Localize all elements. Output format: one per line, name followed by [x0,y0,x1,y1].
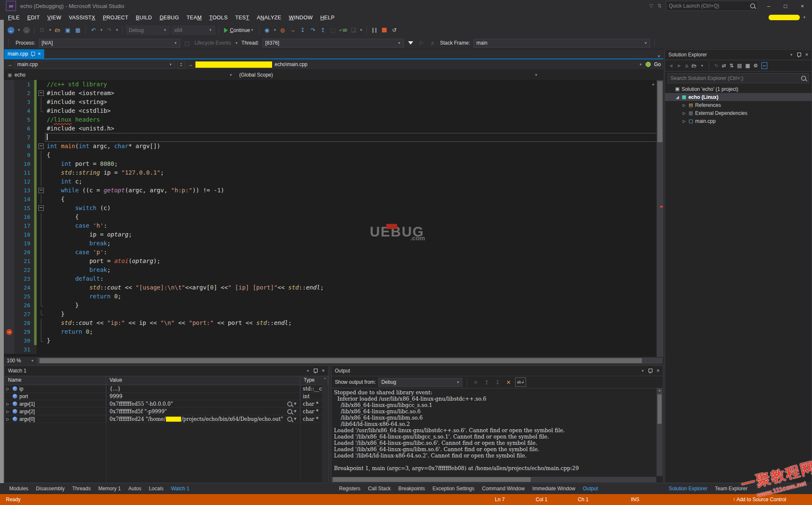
code-text[interactable] [45,133,663,142]
show-all-files-icon[interactable]: ▦ [745,63,750,69]
continue-dropdown-icon[interactable]: ▼ [251,28,254,32]
window-position-icon[interactable]: ▼ [641,369,644,373]
undo-dropdown-icon[interactable]: ▼ [100,28,103,32]
code-text[interactable]: { [45,151,663,159]
feedback-icon[interactable]: ⇅ [657,3,662,9]
redo-dropdown-icon[interactable]: ▼ [115,28,119,32]
code-line-25[interactable]: 25 return 0; [4,292,663,301]
tool-tab-breakpoints[interactable]: Breakpoints [395,484,428,493]
document-list-dropdown-icon[interactable]: ▼ [657,54,663,58]
code-text[interactable]: { [45,195,663,204]
menu-tools[interactable]: TOOLS [206,13,232,22]
code-text[interactable]: port = atoi(optarg); [45,257,663,266]
code-line-3[interactable]: 3#include <string> [4,98,663,106]
visualizer-magnifier-icon[interactable] [287,409,292,414]
breakpoint-margin[interactable]: → [4,327,14,336]
zoom-control[interactable]: 100 % ▼ [4,357,37,364]
tree-item-solution-echo-1-project-[interactable]: ▣Solution 'echo' (1 project) [665,85,812,93]
tree-expander-icon[interactable]: ▷ [682,119,686,123]
close-panel-icon[interactable]: × [805,52,808,58]
user-dropdown-icon[interactable]: ▼ [803,16,806,19]
close-panel-icon[interactable]: × [322,368,325,374]
watch-row-port[interactable]: port9999int [5,393,328,400]
solution-configuration-combo[interactable]: Debug▼ [126,26,170,35]
code-line-7[interactable]: 7 [4,133,663,142]
code-line-22[interactable]: 22 break; [4,266,663,274]
step-into-icon[interactable]: ↧ [299,26,307,35]
tree-expander-icon[interactable]: ◢ [675,95,680,99]
tree-expander-icon[interactable]: ▷ [682,103,686,107]
code-line-13[interactable]: 13 while ((c = getopt(argc, argv, "h:p:"… [4,186,663,195]
tool-tab-registers[interactable]: Registers [336,484,364,493]
breakpoint-margin[interactable] [4,266,14,274]
sync-with-active-document-icon[interactable]: ⇄ [722,63,726,69]
code-line-6[interactable]: 6#include <unistd.h> [4,124,663,133]
code-text[interactable]: std::cout << "ip:" << ip << "\n" << "por… [45,319,663,327]
close-panel-icon[interactable]: × [657,368,660,374]
immediate-window-icon[interactable]: ⬚ [329,26,337,35]
close-button[interactable]: × [796,3,809,9]
tool-tab-memory-1[interactable]: Memory 1 [95,484,124,493]
scrollbar-plus-icon[interactable]: ＋ [651,81,656,88]
switch-views-icon[interactable]: 🗁 [692,63,697,69]
code-line-14[interactable]: 14 { [4,195,663,204]
fold-margin[interactable] [37,124,45,133]
navigate-back-dropdown-icon[interactable]: ▼ [17,28,21,32]
pending-changes-filter-icon[interactable]: ↻ [714,63,719,69]
code-line-23[interactable]: 23 default: [4,274,663,283]
expander-icon[interactable]: ▷ [6,402,11,406]
breakpoint-margin[interactable] [4,204,14,213]
breakpoint-margin[interactable] [4,80,14,89]
notifications-icon[interactable]: ▽ [649,3,653,9]
code-line-19[interactable]: 19 break; [4,239,663,248]
breakpoint-margin[interactable] [4,336,14,345]
new-file-icon[interactable]: 🗋 [38,26,46,35]
code-line-12[interactable]: 12 int c; [4,177,663,186]
breakpoint-margin[interactable] [4,213,14,221]
auto-hide-pin-icon[interactable] [314,369,318,372]
code-line-18[interactable]: 18 ip = optarg; [4,230,663,239]
fold-margin[interactable] [37,195,45,204]
column-name[interactable]: Name [5,376,106,385]
watch-row-argv[0][interactable]: ▷argv[0]0x7fffffffed24 "/home//projects/… [5,415,328,423]
breakpoint-margin[interactable] [4,159,14,168]
menu-vassistx[interactable]: VASSISTX [65,13,99,22]
breakpoint-margin[interactable] [4,151,14,159]
solution-explorer-title-bar[interactable]: Solution Explorer ▼ × [665,50,812,60]
breakpoint-margin[interactable] [4,310,14,319]
fold-margin[interactable] [37,177,45,186]
fold-margin[interactable] [37,266,45,274]
code-line-30[interactable]: 30} [4,336,663,345]
breakpoint-margin[interactable] [4,230,14,239]
tool-tab-threads[interactable]: Threads [69,484,94,493]
fold-margin[interactable] [37,133,45,142]
watch-row-ip[interactable]: ▷ip{...}std::__cx [5,385,328,393]
code-text[interactable]: std::cout << "[usage]:\n\t"<<argv[0] <<"… [45,283,663,292]
tool-tab-disassembly[interactable]: Disassembly [32,484,68,493]
pin-icon[interactable] [31,52,35,56]
word-wrap-icon[interactable]: ab↲ [515,377,526,387]
editor-vertical-scrollbar[interactable]: ＋ [657,80,663,357]
code-line-2[interactable]: 2#include <iostream> [4,89,663,98]
code-text[interactable]: while ((c = getopt(argc, argv, "h:p:")) … [45,186,663,195]
tree-expander-icon[interactable]: ▷ [682,111,686,115]
step-over-icon[interactable]: ↷ [309,26,317,35]
output-horizontal-scrollbar[interactable] [332,477,656,482]
breakpoint-margin[interactable] [4,186,14,195]
breakpoint-margin[interactable] [4,98,14,106]
menu-help[interactable]: HELP [317,13,339,22]
tool-tab-autos[interactable]: Autos [125,484,145,493]
code-text[interactable]: } [45,336,663,345]
code-line-10[interactable]: 10 int port = 8080; [4,159,663,168]
fold-margin[interactable] [37,115,45,124]
code-text[interactable]: std::string ip = "127.0.0.1"; [45,168,663,177]
menu-analyze[interactable]: ANALYZE [253,13,285,22]
code-text[interactable]: #include <cstdlib> [45,106,663,115]
scope-combo[interactable]: (Global Scope) ▼ [236,70,663,80]
window-position-icon[interactable]: ▼ [790,53,793,57]
show-next-statement-icon[interactable]: → [288,26,297,35]
auto-hide-pin-icon[interactable] [649,369,652,372]
output-vertical-scrollbar[interactable]: ▲ [657,388,662,476]
fold-margin[interactable] [37,89,45,98]
code-text[interactable]: switch (c) [45,204,663,213]
